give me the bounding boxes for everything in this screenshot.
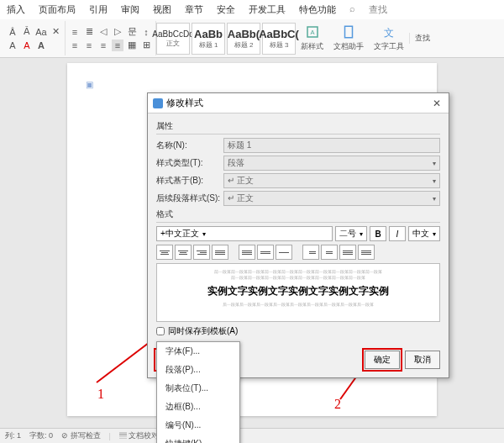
name-label: 名称(N): <box>156 140 223 151</box>
chevron-down-icon: ▾ <box>433 230 436 238</box>
indent-dec-button[interactable] <box>321 245 338 260</box>
spacing-1-button[interactable] <box>239 245 255 260</box>
dialog-title: 修改样式 <box>166 97 203 109</box>
align-justify-icon[interactable]: ≡ <box>112 40 123 51</box>
align-left-icon[interactable]: ≡ <box>69 40 81 51</box>
font-group: Â Ǎ Aa ✕ A A A <box>3 21 66 55</box>
number-list-icon[interactable]: ≣ <box>83 26 95 38</box>
font-select[interactable]: +中文正文▾ <box>156 226 333 241</box>
find-button[interactable]: 查找 <box>409 33 435 44</box>
font-shrink-icon[interactable]: Ǎ <box>21 26 33 38</box>
base-select[interactable]: ↵ 正文▾ <box>223 173 440 188</box>
menu-numbering[interactable]: 编号(N)... <box>157 416 239 435</box>
section-properties: 属性 <box>156 120 440 134</box>
menu-insert[interactable]: 插入 <box>7 3 25 16</box>
menu-tabstop[interactable]: 制表位(T)... <box>157 379 239 398</box>
save-template-checkbox[interactable] <box>156 327 165 335</box>
menubar: 插入 页面布局 引用 审阅 视图 章节 安全 开发工具 特色功能 ⌕ 查找 <box>0 0 504 19</box>
indent-icon[interactable]: ▷ <box>112 26 123 38</box>
doccheck-icon[interactable]: ▤ 文档校对 <box>119 430 160 441</box>
bullet-list-icon[interactable]: ≡ <box>69 26 81 38</box>
menu-paragraph[interactable]: 段落(P)... <box>157 361 239 379</box>
menu-review[interactable]: 审阅 <box>121 3 139 16</box>
alignment-row <box>156 245 440 260</box>
chevron-down-icon: ▾ <box>433 195 436 203</box>
preview-sample: 实例文字实例文字实例文字实例文字实例 <box>162 284 434 298</box>
text-tools-button[interactable]: 文 文字工具 <box>369 24 409 52</box>
dialog-titlebar: 修改样式 ✕ <box>148 93 449 113</box>
cancel-button[interactable]: 取消 <box>405 351 440 369</box>
shading-icon[interactable]: ▦ <box>126 40 138 51</box>
name-field[interactable]: 标题 1 <box>223 138 440 153</box>
para-after-button[interactable] <box>358 245 375 260</box>
menu-security[interactable]: 安全 <box>217 3 235 16</box>
toolbar: Â Ǎ Aa ✕ A A A ≡ ≣ ◁ ▷ 문 ↕ ≡ ≡ ≡ ≡ ▦ ⊞ … <box>0 19 504 58</box>
spellcheck-icon[interactable]: ⊘ 拼写检查 <box>61 430 101 441</box>
style-normal[interactable]: AaBbCcDd正文 <box>156 23 190 55</box>
type-select[interactable]: 段落▾ <box>223 156 440 171</box>
lang-select[interactable]: 中文▾ <box>408 226 440 241</box>
svg-rect-2 <box>345 26 353 38</box>
menu-special[interactable]: 特色功能 <box>299 3 336 16</box>
type-label: 样式类型(T): <box>156 157 223 169</box>
spacing-3-button[interactable] <box>276 245 292 260</box>
statusbar: 列: 1 字数: 0 ⊘ 拼写检查 | ▤ 文档校对 | ⊘ 文档未保护 <box>0 428 504 443</box>
change-case-icon[interactable]: Aa <box>35 26 47 38</box>
svg-text:A: A <box>310 29 314 36</box>
doc-helper-button[interactable]: 文档助手 <box>328 24 369 52</box>
base-label: 样式基于(B): <box>156 175 223 187</box>
style-h2[interactable]: AaBb(标题 2 <box>227 23 260 55</box>
menu-font[interactable]: 字体(F)... <box>157 342 239 361</box>
align-center-button[interactable] <box>175 245 192 260</box>
style-h3[interactable]: AaBbC(标题 3 <box>262 23 296 55</box>
chevron-down-icon: ▾ <box>360 230 363 238</box>
font-grow-icon[interactable]: Â <box>7 26 18 38</box>
border-icon[interactable]: ⊞ <box>140 40 152 51</box>
follow-select[interactable]: ↵ 正文▾ <box>223 191 440 206</box>
align-justify-button[interactable] <box>212 245 228 260</box>
menu-view[interactable]: 视图 <box>153 3 171 16</box>
new-style-button[interactable]: A 新样式 <box>296 24 328 52</box>
para-before-button[interactable] <box>339 245 356 260</box>
spacing-2-button[interactable] <box>257 245 274 260</box>
line-spacing-icon[interactable]: ↕ <box>140 26 152 38</box>
status-col: 列: 1 <box>5 430 21 441</box>
highlight-icon[interactable]: A <box>7 40 18 51</box>
font-color-icon[interactable]: A <box>21 40 33 51</box>
menu-layout[interactable]: 页面布局 <box>39 3 76 16</box>
align-center-icon[interactable]: ≡ <box>83 40 95 51</box>
search-icon: ⌕ <box>349 3 355 16</box>
size-select[interactable]: 二号▾ <box>335 226 367 241</box>
style-h1[interactable]: AaBb标题 1 <box>192 23 225 55</box>
paragraph-group: ≡ ≣ ◁ ▷ 문 ↕ ≡ ≡ ≡ ≡ ▦ ⊞ <box>66 21 156 55</box>
bold-button[interactable]: B <box>370 226 386 241</box>
chevron-down-icon: ▾ <box>202 230 206 238</box>
align-right-icon[interactable]: ≡ <box>97 40 109 51</box>
menu-dev[interactable]: 开发工具 <box>249 3 286 16</box>
new-style-icon: A <box>305 24 320 40</box>
outdent-icon[interactable]: ◁ <box>97 26 109 38</box>
preview-greek-after: 后一段落后一段落后一段落后一段落后一段落后一段落后一段落后一段落后一段落 <box>162 302 434 308</box>
annotation-2: 2 <box>334 397 341 412</box>
menu-shortcut[interactable]: 快捷键(K)... <box>157 435 239 443</box>
menu-section[interactable]: 章节 <box>185 3 203 16</box>
close-icon[interactable]: ✕ <box>430 98 444 109</box>
section-format: 格式 <box>156 208 440 223</box>
follow-label: 后续段落样式(S): <box>156 192 223 204</box>
align-left-button[interactable] <box>156 245 173 260</box>
indent-inc-button[interactable] <box>302 245 319 260</box>
bold-icon[interactable]: A <box>35 40 47 51</box>
format-dropdown: 字体(F)... 段落(P)... 制表位(T)... 边框(B)... 编号(… <box>156 341 240 443</box>
text-dir-icon[interactable]: 문 <box>126 26 138 38</box>
preview-greek-before: 前一段落前一段落前一段落前一段落前一段落前一段落前一段落前一段落前一段落前一段落… <box>162 269 434 281</box>
preview-pane: 前一段落前一段落前一段落前一段落前一段落前一段落前一段落前一段落前一段落前一段落… <box>156 263 440 322</box>
menu-reference[interactable]: 引用 <box>89 3 108 16</box>
annotation-1: 1 <box>97 387 104 402</box>
italic-button[interactable]: I <box>389 226 406 241</box>
search-label[interactable]: 查找 <box>369 3 387 16</box>
ok-button[interactable]: 确定 <box>365 351 400 369</box>
clear-format-icon[interactable]: ✕ <box>50 26 61 38</box>
align-right-button[interactable] <box>193 245 210 260</box>
chevron-down-icon: ▾ <box>433 177 436 185</box>
menu-border[interactable]: 边框(B)... <box>157 398 239 416</box>
